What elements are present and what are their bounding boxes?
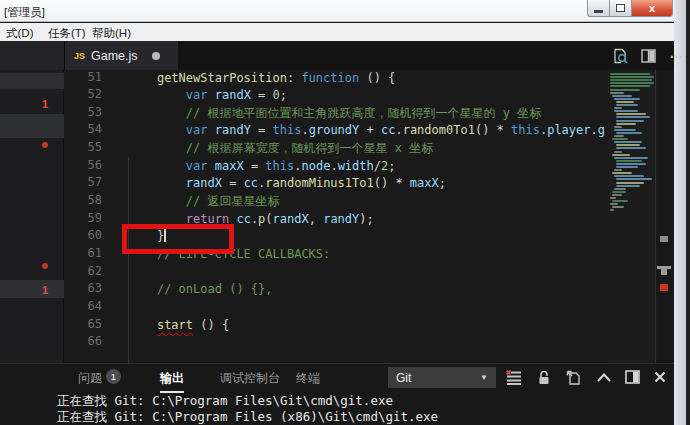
scroll-lock-button[interactable]	[535, 368, 553, 386]
line-number[interactable]: 61	[64, 246, 102, 264]
code-line[interactable]: getNewStarPosition: function () {	[157, 70, 395, 88]
minimap-line	[614, 107, 622, 109]
menu-debug[interactable]: 式(D)	[2, 25, 37, 42]
panel-tab-terminal[interactable]: 终端	[296, 370, 320, 387]
line-number[interactable]: 65	[64, 317, 102, 335]
line-number[interactable]: 64	[64, 299, 102, 317]
open-changes-button[interactable]	[606, 47, 634, 65]
code-line[interactable]: var randX = 0;	[186, 87, 287, 105]
code-token: groundY	[309, 123, 360, 137]
sidebar-row[interactable]	[0, 73, 64, 89]
code-editor[interactable]: 51525354555657585960616263646566 getNewS…	[64, 70, 608, 363]
sidebar-row[interactable]	[0, 114, 64, 138]
minimap-line	[616, 123, 636, 125]
line-number[interactable]: 52	[64, 87, 102, 105]
line-number[interactable]: 59	[64, 211, 102, 229]
code-token: randomMinus1To1	[265, 176, 373, 190]
open-file-icon	[566, 370, 581, 385]
modified-dot-icon[interactable]	[152, 52, 160, 60]
minimap-line	[612, 138, 628, 140]
code-token: /	[374, 159, 381, 173]
panel-tab-problems[interactable]: 问题	[78, 370, 102, 387]
code-token: ;	[388, 159, 395, 173]
chevron-down-icon: ▼	[480, 373, 488, 382]
minimap-line	[616, 160, 642, 162]
line-number[interactable]: 53	[64, 105, 102, 123]
output-channel-select[interactable]: Git ▼	[388, 367, 496, 388]
menu-tasks[interactable]: 任务(T)	[44, 25, 90, 42]
line-number[interactable]: 63	[64, 281, 102, 299]
clear-output-button[interactable]	[505, 368, 523, 386]
minimap[interactable]	[608, 70, 656, 363]
code-line[interactable]: var maxX = this.node.width/2;	[186, 158, 396, 176]
code-line[interactable]: // 返回星星坐标	[186, 193, 280, 211]
window-controls: x	[588, 0, 673, 17]
more-actions-button[interactable]: ⋯	[662, 47, 690, 65]
code-token: .	[301, 123, 308, 137]
code-token: // 返回星星坐标	[186, 194, 280, 208]
code-token: () {	[359, 71, 395, 85]
sidebar-row[interactable]	[0, 280, 64, 298]
code-token: randX	[186, 176, 222, 190]
minimap-line	[616, 163, 646, 165]
close-panel-icon	[654, 371, 666, 383]
open-changes-icon	[612, 48, 628, 64]
code-line[interactable]: var randY = this.groundY + cc.random0To1…	[186, 122, 605, 140]
code-token: cc	[244, 176, 258, 190]
code-token: () *	[374, 176, 410, 190]
code-token: this	[265, 159, 294, 173]
panel-tab-output[interactable]: 输出	[160, 370, 184, 393]
line-number[interactable]: 51	[64, 70, 102, 88]
line-number[interactable]: 66	[64, 334, 102, 352]
maximize-panel-button[interactable]	[595, 368, 613, 386]
minimap-line	[610, 76, 654, 78]
line-number[interactable]: 58	[64, 193, 102, 211]
minimap-line	[616, 120, 644, 122]
output-line: 正在查找 Git: C:\Program Files\Git\cmd\git.e…	[57, 393, 393, 410]
restore-icon	[616, 4, 625, 12]
code-token: maxX	[215, 159, 244, 173]
code-token: maxX	[410, 176, 439, 190]
minimap-line	[616, 178, 652, 180]
annotation-highlight-box	[122, 224, 234, 254]
code-token: =	[251, 88, 273, 102]
code-token: =	[222, 176, 244, 190]
code-token: var	[186, 159, 208, 173]
overview-ruler[interactable]	[657, 70, 674, 363]
code-token: (	[265, 212, 272, 226]
close-button[interactable]: x	[631, 0, 673, 17]
code-line[interactable]: // onLoad () {},	[157, 281, 273, 299]
minimap-line	[612, 191, 626, 193]
code-line[interactable]: start () {	[157, 317, 229, 335]
restore-button[interactable]	[609, 0, 632, 17]
code-token: =	[244, 159, 266, 173]
line-number[interactable]: 60	[64, 228, 102, 246]
code-token: randY	[323, 212, 359, 226]
code-line[interactable]: randX = cc.randomMinus1To1() * maxX;	[186, 175, 446, 193]
code-token: +	[359, 123, 381, 137]
code-line[interactable]: // 根据屏幕宽度，随机得到一个星星 x 坐标	[186, 140, 433, 158]
minimap-line	[614, 141, 642, 143]
code-token: width	[338, 159, 374, 173]
split-editor-button[interactable]	[634, 47, 662, 65]
line-number[interactable]: 55	[64, 140, 102, 158]
code-token: () *	[475, 123, 511, 137]
code-token: g	[598, 123, 605, 137]
line-number[interactable]: 62	[64, 264, 102, 282]
line-number[interactable]: 54	[64, 122, 102, 140]
code-token: ;	[280, 88, 287, 102]
panel-tab-debug-console[interactable]: 调试控制台	[220, 370, 280, 387]
minimap-line	[614, 151, 622, 153]
explorer-sidebar[interactable]: 11	[0, 70, 64, 363]
menu-help[interactable]: 帮助(H)	[88, 25, 135, 42]
close-panel-button[interactable]	[651, 368, 669, 386]
code-token: // 根据地平面位置和主角跳跃高度，随机得到一个星星的 y 坐标	[186, 106, 541, 120]
line-number[interactable]: 57	[64, 175, 102, 193]
open-log-file-button[interactable]	[564, 368, 582, 386]
code-line[interactable]: // 根据地平面位置和主角跳跃高度，随机得到一个星星的 y 坐标	[186, 105, 541, 123]
tab-gamejs[interactable]: JS Game.js	[64, 41, 178, 70]
line-number[interactable]: 56	[64, 158, 102, 176]
minimize-button[interactable]	[587, 0, 610, 17]
minimap-line	[610, 209, 614, 211]
panel-position-button[interactable]	[623, 368, 641, 386]
